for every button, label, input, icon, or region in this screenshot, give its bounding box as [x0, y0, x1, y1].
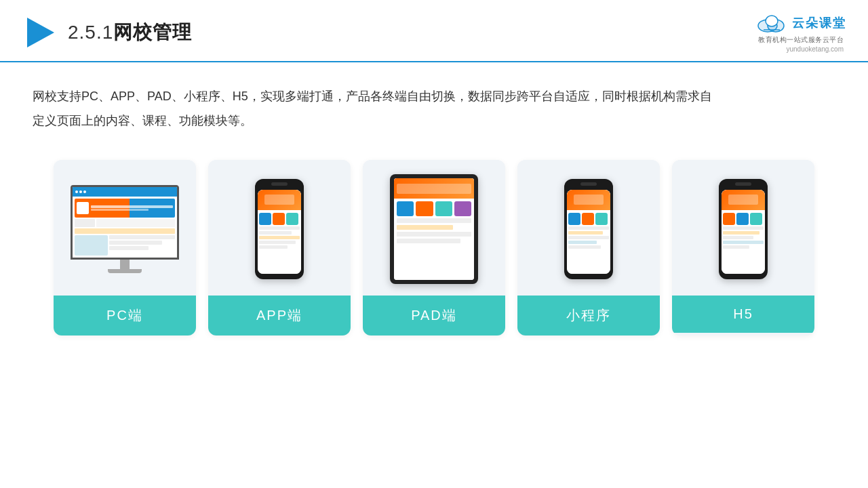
play-icon [22, 15, 57, 50]
phone-app-mockup [255, 179, 304, 279]
card-miniapp: 小程序 [517, 160, 660, 336]
card-app-image [208, 160, 351, 296]
card-pad-image [363, 160, 505, 296]
page-title: 2.5.1网校管理 [68, 20, 192, 45]
cards-container: PC端 [0, 146, 868, 349]
card-pc-label: PC端 [54, 296, 196, 336]
logo-url: yunduoketang.com [786, 45, 844, 53]
phone-miniapp-mockup [564, 179, 613, 279]
header: 2.5.1网校管理 云朵课堂 教育机构一站式服务云平台 yunduoketang… [0, 0, 868, 62]
logo-slogan: 教育机构一站式服务云平台 [758, 35, 844, 45]
card-pad-label: PAD端 [363, 296, 505, 336]
cloud-icon [755, 12, 788, 34]
header-left: 2.5.1网校管理 [22, 15, 192, 50]
phone-h5-mockup [719, 179, 768, 279]
card-miniapp-label: 小程序 [517, 296, 660, 336]
card-h5: H5 [672, 160, 814, 336]
tablet-mockup [390, 174, 478, 284]
card-miniapp-image [517, 160, 660, 296]
pc-monitor [71, 185, 179, 273]
card-pc: PC端 [54, 160, 196, 336]
card-app-label: APP端 [208, 296, 351, 336]
logo-name: 云朵课堂 [792, 15, 846, 31]
card-h5-label: H5 [672, 296, 814, 333]
card-app: APP端 [208, 160, 351, 336]
logo-area: 云朵课堂 教育机构一站式服务云平台 yunduoketang.com [755, 12, 846, 53]
description: 网校支持PC、APP、PAD、小程序、H5，实现多端打通，产品各终端自由切换，数… [0, 62, 746, 146]
card-h5-image [672, 160, 814, 296]
svg-marker-0 [27, 18, 54, 47]
card-pad: PAD端 [363, 160, 505, 336]
logo-cloud: 云朵课堂 [755, 12, 846, 34]
card-pc-image [54, 160, 196, 296]
